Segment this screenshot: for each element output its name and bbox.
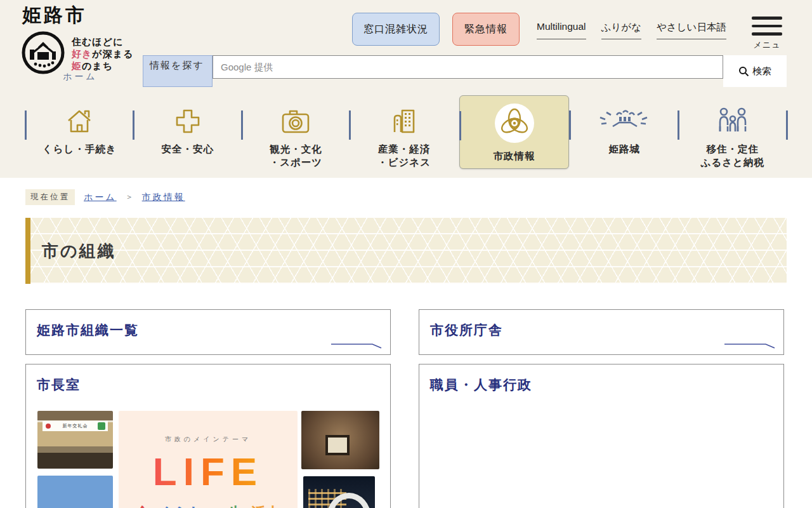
page-title: 市の組織 bbox=[42, 240, 116, 262]
city-emblem-icon bbox=[21, 30, 65, 75]
nav-item-city-government-active[interactable]: 市政情報 bbox=[459, 95, 569, 169]
life-poster: 市政のメインテーマ LIFE 命 くらし 一生 活力 bbox=[119, 411, 298, 508]
ceremony-banner-text: 新年交礼会 bbox=[63, 423, 88, 429]
nav-item-tourism-culture-sports[interactable]: 観光・文化 ・スポーツ bbox=[242, 95, 350, 169]
nav-item-migration-furusato-tax[interactable]: 移住・定住 ふるさと納税 bbox=[678, 95, 787, 169]
breadcrumb-home-link[interactable]: ホーム bbox=[84, 192, 117, 203]
breadcrumb-separator-icon: ＞ bbox=[126, 192, 133, 203]
home-link[interactable]: ホーム bbox=[63, 71, 98, 83]
page-title-banner: 市の組織 bbox=[25, 218, 787, 284]
breadcrumb: 現在位置 ホーム ＞ 市政情報 bbox=[25, 189, 185, 205]
site-tagline: 住むほどに 好きが深まる 姫のまち bbox=[72, 36, 133, 72]
poster-keywords: 命 くらし 一生 活力 bbox=[119, 503, 298, 508]
card-city-hall[interactable]: 市役所庁舎 bbox=[419, 309, 784, 355]
card-mayor-office[interactable]: 市長室 新年交礼会 市政のメインテーマ LIFE 命 くらし 一生 活力 bbox=[25, 364, 391, 508]
night-event-photo bbox=[303, 476, 375, 508]
card-personnel-administration[interactable]: 職員・人事行政 bbox=[419, 364, 784, 508]
nav-label: 観光・文化 ・スポーツ bbox=[270, 142, 323, 169]
nav-item-living-procedures[interactable]: くらし・手続き bbox=[25, 95, 134, 169]
card-organization-list[interactable]: 姫路市組織一覧 bbox=[25, 309, 391, 355]
card-title: 職員・人事行政 bbox=[430, 376, 532, 394]
ceremony-photo: 新年交礼会 bbox=[37, 411, 113, 469]
search-input[interactable] bbox=[213, 55, 723, 79]
castle-icon bbox=[598, 105, 651, 137]
poster-keyword: 命 bbox=[135, 503, 150, 508]
flag-dot bbox=[46, 424, 51, 429]
banner-logo bbox=[98, 422, 105, 430]
award-group-photo bbox=[301, 411, 379, 469]
nav-label: 市政情報 bbox=[494, 149, 535, 163]
global-nav: くらし・手続き 安全・安心 bbox=[25, 95, 787, 169]
nav-label: 姫路城 bbox=[608, 142, 640, 156]
poster-keyword: 活力 bbox=[251, 503, 281, 508]
easy-japanese-link[interactable]: やさしい日本語 bbox=[657, 21, 726, 39]
family-icon bbox=[716, 105, 749, 137]
emergency-info-button[interactable]: 緊急情報 bbox=[452, 13, 520, 46]
card-title: 市長室 bbox=[37, 376, 81, 394]
logo-row: 住むほどに 好きが深まる 姫のまち bbox=[21, 30, 133, 75]
hamburger-icon bbox=[752, 17, 782, 36]
buildings-icon bbox=[390, 105, 418, 137]
site-header: 姫路市 住むほどに 好きが深まる 姫のまち ホーム 窓口混 bbox=[0, 0, 812, 178]
breadcrumb-label: 現在位置 bbox=[25, 189, 75, 205]
cross-icon bbox=[173, 105, 202, 137]
city-crest-icon bbox=[498, 107, 531, 140]
page: 姫路市 住むほどに 好きが深まる 姫のまち ホーム 窓口混 bbox=[0, 0, 812, 508]
arrow-icon bbox=[331, 339, 383, 349]
arrow-icon bbox=[724, 339, 776, 349]
card-title: 姫路市組織一覧 bbox=[37, 321, 139, 339]
multilingual-link[interactable]: Multilingual bbox=[537, 21, 586, 39]
nav-item-himeji-castle[interactable]: 姫路城 bbox=[570, 95, 679, 169]
nav-label: 産業・経済 ・ビジネス bbox=[377, 142, 431, 169]
nav-label: くらし・手続き bbox=[43, 142, 117, 156]
camera-icon bbox=[280, 105, 311, 137]
search-button[interactable]: 検索 bbox=[723, 55, 787, 87]
search-icon bbox=[738, 66, 749, 77]
nav-item-safety[interactable]: 安全・安心 bbox=[134, 95, 242, 169]
search-section-label: 情報を探す bbox=[143, 55, 213, 87]
furigana-link[interactable]: ふりがな bbox=[601, 21, 641, 39]
utility-links: Multilingual ふりがな やさしい日本語 bbox=[537, 21, 726, 39]
poster-keyword: くらし bbox=[158, 503, 205, 508]
ceremony-banner: 新年交礼会 bbox=[43, 421, 108, 431]
award-frame bbox=[325, 435, 350, 455]
nav-label: 移住・定住 ふるさと納税 bbox=[701, 142, 764, 169]
window-congestion-button[interactable]: 窓口混雑状況 bbox=[352, 13, 440, 46]
nav-label: 安全・安心 bbox=[162, 142, 214, 156]
search-button-label: 検索 bbox=[752, 65, 771, 77]
card-title: 市役所庁舎 bbox=[430, 321, 503, 339]
house-icon bbox=[65, 105, 94, 137]
poster-title: LIFE bbox=[119, 449, 298, 494]
poster-keyword: 一生 bbox=[213, 503, 243, 508]
breadcrumb-current-link[interactable]: 市政情報 bbox=[142, 192, 185, 203]
crest-circle bbox=[495, 104, 534, 143]
outdoor-event-photo bbox=[37, 476, 113, 508]
nav-item-industry-business[interactable]: 産業・経済 ・ビジネス bbox=[350, 95, 459, 169]
site-logo-text[interactable]: 姫路市 bbox=[22, 3, 87, 29]
poster-subtitle: 市政のメインテーマ bbox=[119, 435, 298, 444]
